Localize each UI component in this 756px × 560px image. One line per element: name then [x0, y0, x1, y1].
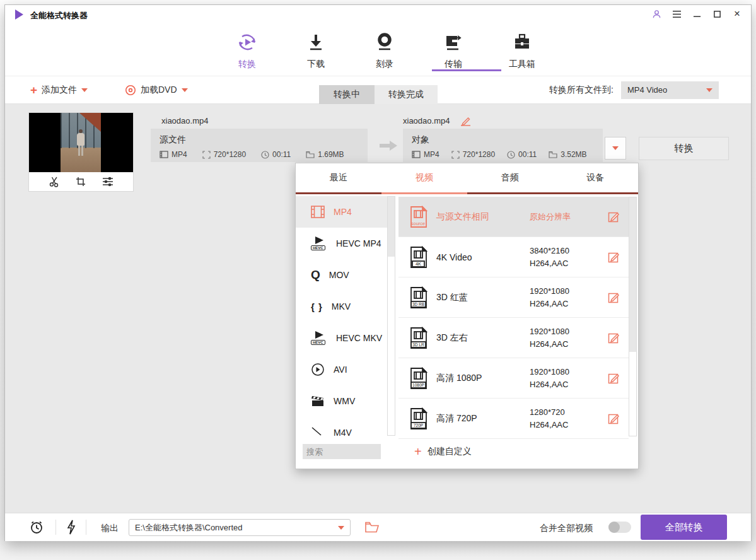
format-label: HEVC MKV: [336, 333, 382, 343]
merge-videos-toggle[interactable]: [608, 522, 631, 533]
tab-transfer[interactable]: 传输: [431, 32, 476, 70]
menu-button[interactable]: [672, 9, 682, 19]
output-path-select[interactable]: E:\全能格式转换器\Converted: [129, 519, 351, 536]
high-speed-icon[interactable]: [66, 520, 77, 535]
transfer-icon: [443, 32, 464, 53]
folder-icon: [549, 151, 557, 158]
tab-download[interactable]: 下载: [293, 32, 339, 70]
add-files-label: 添加文件: [42, 85, 77, 96]
preset-doc-icon: 3D RB: [407, 286, 430, 309]
bottom-bar: 输出 E:\全能格式转换器\Converted 合并全部视频 全部转换: [5, 513, 751, 541]
maximize-button[interactable]: [712, 9, 722, 19]
active-tab-underline: [432, 69, 501, 71]
output-format-select[interactable]: MP4 Video: [621, 81, 719, 99]
preset-hd-720p[interactable]: 720P 高清 720P 1280*720H264,AAC: [398, 399, 629, 439]
open-folder-icon[interactable]: [365, 522, 379, 533]
add-files-button[interactable]: + 添加文件: [30, 85, 88, 96]
app-logo-icon: [15, 9, 23, 20]
target-panel-title: 对象: [412, 134, 594, 146]
svg-text:source: source: [411, 221, 426, 226]
format-tab-audio[interactable]: 音频: [467, 163, 553, 192]
plus-icon: +: [414, 446, 422, 457]
format-tabs-divider: [296, 192, 638, 194]
matroska-icon: { }: [311, 301, 323, 312]
source-duration: 00:11: [272, 150, 291, 159]
format-item-hevc-mp4[interactable]: HEVC HEVC MP4: [296, 228, 387, 259]
target-format-dropdown-button[interactable]: [605, 137, 626, 160]
convert-button[interactable]: 转换: [639, 137, 729, 160]
minimize-button[interactable]: [692, 9, 702, 19]
trim-scissors-icon[interactable]: [49, 176, 60, 187]
tab-convert-label: 转换: [238, 59, 256, 70]
rename-pencil-icon[interactable]: [460, 115, 472, 127]
play-circle-icon: [311, 363, 325, 376]
preset-list-scrollbar[interactable]: [629, 197, 637, 436]
close-button[interactable]: ×: [732, 9, 742, 19]
divider: [55, 520, 56, 535]
source-file-name: xiaodao.mp4: [161, 116, 208, 125]
app-window: 全能格式转换器 ×: [4, 4, 752, 541]
create-custom-label: 创建自定义: [427, 446, 472, 457]
format-tab-recent[interactable]: 最近: [296, 163, 381, 192]
format-item-mp4[interactable]: MP4: [296, 196, 387, 228]
crop-icon[interactable]: [75, 176, 86, 187]
preset-doc-icon: 720P: [407, 407, 430, 430]
source-size: 1.69MB: [318, 150, 344, 159]
tab-convert[interactable]: 转换: [224, 32, 270, 70]
source-doc-icon: source: [407, 206, 430, 228]
preset-3d-redblue[interactable]: 3D RB 3D 红蓝 1920*1080H264,AAC: [398, 277, 629, 318]
dvd-disc-icon: [125, 85, 136, 96]
format-item-mov[interactable]: Q MOV: [296, 259, 387, 291]
tab-transfer-label: 传输: [445, 59, 462, 70]
format-tab-video[interactable]: 视频: [381, 163, 467, 192]
preset-3d-leftright[interactable]: 3D LR 3D 左右 1920*1080H264,AAC: [398, 318, 629, 358]
tab-toolbox-label: 工具箱: [509, 59, 535, 70]
format-label: AVI: [334, 365, 347, 375]
edit-preset-icon[interactable]: [608, 251, 620, 263]
schedule-alarm-icon[interactable]: [29, 520, 44, 535]
create-custom-button[interactable]: + 创建自定义: [414, 446, 472, 457]
account-button[interactable]: [651, 9, 661, 19]
tab-burn[interactable]: 刻录: [362, 32, 407, 70]
svg-text:3D LR: 3D LR: [412, 342, 424, 347]
preset-hd-1080p[interactable]: 1080P 高清 1080P 1920*1080H264,AAC: [398, 358, 629, 399]
toolbar: + 添加文件 加载DVD 转换中 转换完成 转换所有文件到: MP4 Video: [5, 76, 751, 104]
file-list-area: xiaodao.mp4 源文件 MP4 720*1280 00:11 1.69M…: [5, 104, 751, 513]
format-item-hevc-mkv[interactable]: HEVC HEVC MKV: [296, 322, 387, 354]
format-list-scrollbar[interactable]: [387, 196, 395, 436]
converting-tab[interactable]: 转换中: [319, 85, 375, 104]
preset-4k[interactable]: 4K 4K Video 3840*2160H264,AAC: [398, 237, 629, 277]
preset-doc-icon: 4K: [407, 246, 430, 269]
tab-toolbox[interactable]: 工具箱: [499, 32, 545, 70]
format-item-mkv[interactable]: { } MKV: [296, 291, 387, 322]
hevc-play-icon: HEVC: [311, 236, 327, 250]
format-picker-panel: 最近 视频 音频 设备 MP4 HEVC HEVC MP4 Q MOV: [295, 163, 639, 469]
edit-preset-icon[interactable]: [608, 372, 620, 384]
edit-preset-icon[interactable]: [608, 412, 620, 424]
format-tab-device[interactable]: 设备: [552, 163, 638, 192]
edit-preset-icon[interactable]: [608, 332, 620, 344]
svg-text:1080P: 1080P: [412, 383, 424, 387]
film-icon: [412, 151, 421, 158]
format-search-input[interactable]: [303, 444, 381, 459]
format-label: MOV: [329, 270, 349, 280]
chevron-down-icon: [612, 146, 619, 150]
edit-preset-icon[interactable]: [608, 211, 620, 223]
preset-same-as-source[interactable]: source 与源文件相同 原始分辨率: [398, 197, 629, 237]
arrow-right-icon: [378, 140, 398, 151]
load-dvd-button[interactable]: 加载DVD: [125, 85, 188, 96]
burn-disc-icon: [374, 32, 395, 53]
edit-preset-icon[interactable]: [608, 291, 620, 303]
svg-text:3D RB: 3D RB: [412, 302, 424, 306]
finished-tab[interactable]: 转换完成: [375, 85, 438, 104]
format-item-avi[interactable]: AVI: [296, 354, 387, 385]
effects-sliders-icon[interactable]: [102, 176, 114, 187]
active-format-tab-underline: [381, 192, 467, 194]
output-path-value: E:\全能格式转换器\Converted: [135, 522, 243, 534]
convert-all-button[interactable]: 全部转换: [641, 515, 727, 540]
format-item-wmv[interactable]: WMV: [296, 385, 387, 417]
mp4-film-icon: [311, 206, 325, 218]
format-item-m4v[interactable]: M4V: [296, 417, 387, 440]
target-duration: 00:11: [518, 150, 537, 159]
svg-text:720P: 720P: [414, 423, 423, 428]
